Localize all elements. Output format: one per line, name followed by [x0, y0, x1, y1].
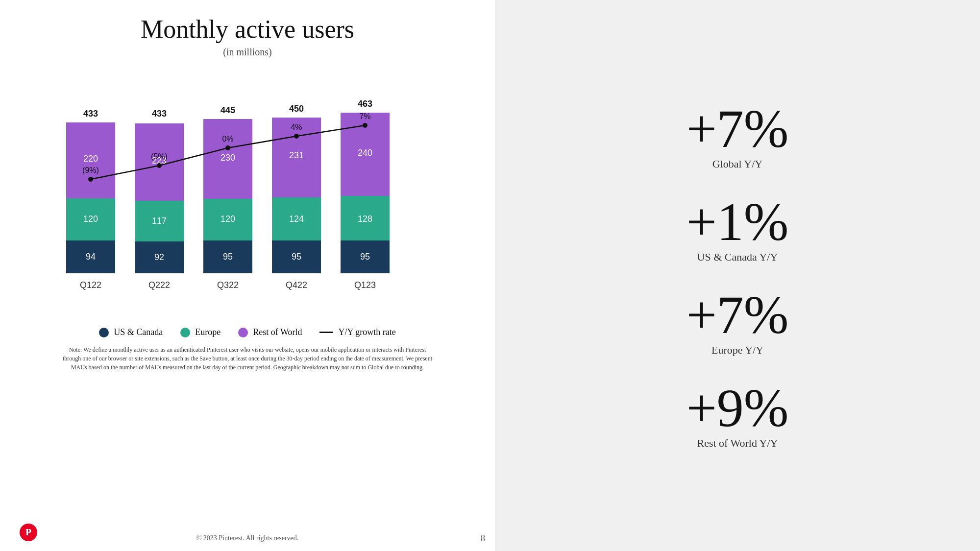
- label-row-q122: 220: [83, 154, 98, 164]
- label-us-q422: 95: [292, 252, 301, 262]
- legend-label-growth: Y/Y growth rate: [338, 327, 395, 337]
- growth-dot-q422: [294, 134, 299, 139]
- page-subtitle: (in millions): [223, 47, 271, 58]
- growth-label-q322: 0%: [222, 135, 233, 143]
- label-row-q123: 240: [358, 148, 372, 158]
- label-eur-q322: 120: [220, 214, 235, 224]
- total-q322: 445: [220, 105, 235, 115]
- legend-dot-us-canada: [99, 328, 109, 337]
- legend-dot-europe: [180, 328, 190, 337]
- page-title: Monthly active users: [141, 15, 354, 44]
- bar-chart: 94 120 220 433 Q122 92 117 223 433 Q222 …: [37, 68, 458, 322]
- label-eur-q123: 128: [358, 214, 372, 224]
- growth-dot-q122: [88, 177, 93, 182]
- svg-text:P: P: [25, 527, 31, 537]
- legend-label-europe: Europe: [195, 327, 220, 337]
- stat-us-canada-value: +1%: [686, 195, 789, 249]
- stat-row-value: +9%: [686, 381, 789, 435]
- sidebar: +7% Global Y/Y +1% US & Canada Y/Y +7% E…: [495, 0, 980, 551]
- label-us-q122: 94: [86, 252, 96, 262]
- growth-label-q222: (5%): [151, 152, 168, 161]
- pinterest-logo-icon: P: [20, 524, 37, 541]
- label-eur-q122: 120: [83, 214, 98, 224]
- quarter-q122: Q122: [80, 280, 101, 290]
- label-row-q422: 231: [289, 150, 304, 160]
- quarter-q222: Q222: [148, 280, 170, 290]
- label-us-q222: 92: [154, 252, 164, 262]
- legend-dot-row: [238, 328, 248, 337]
- quarter-q123: Q123: [354, 280, 376, 290]
- chart-container: 94 120 220 433 Q122 92 117 223 433 Q222 …: [20, 68, 475, 520]
- page-number: 8: [481, 533, 485, 544]
- legend-line-growth: [319, 332, 333, 333]
- stat-global-value: +7%: [686, 102, 789, 156]
- label-us-q123: 95: [360, 252, 370, 262]
- stat-row-label: Rest of World Y/Y: [697, 437, 778, 450]
- copyright-text: © 2023 Pinterest. All rights reserved.: [196, 534, 299, 542]
- stat-global: +7% Global Y/Y: [686, 102, 789, 170]
- stat-europe: +7% Europe Y/Y: [686, 288, 789, 357]
- stat-us-canada: +1% US & Canada Y/Y: [686, 195, 789, 264]
- stat-global-label: Global Y/Y: [712, 158, 762, 170]
- growth-label-q422: 4%: [291, 123, 302, 131]
- legend-row: Rest of World: [238, 327, 302, 337]
- growth-label-q122: (9%): [82, 166, 99, 174]
- label-row-q322: 230: [220, 153, 235, 163]
- total-q123: 463: [358, 99, 372, 109]
- legend-us-canada: US & Canada: [99, 327, 163, 337]
- stat-us-canada-label: US & Canada Y/Y: [697, 251, 778, 264]
- chart-legend: US & Canada Europe Rest of World Y/Y gro…: [99, 327, 396, 337]
- stat-europe-value: +7%: [686, 288, 789, 342]
- legend-growth: Y/Y growth rate: [319, 327, 395, 337]
- label-us-q322: 95: [223, 252, 233, 262]
- chart-note: Note: We define a monthly active user as…: [61, 345, 434, 372]
- quarter-q322: Q322: [217, 280, 239, 290]
- legend-label-us-canada: US & Canada: [114, 327, 163, 337]
- stat-europe-label: Europe Y/Y: [711, 344, 763, 357]
- growth-label-q123: 7%: [359, 112, 370, 120]
- growth-dot-q322: [225, 145, 230, 150]
- total-q422: 450: [289, 104, 304, 114]
- total-q122: 433: [83, 109, 98, 119]
- quarter-q422: Q422: [286, 280, 307, 290]
- growth-dot-q222: [157, 163, 162, 168]
- main-content: Monthly active users (in millions): [0, 0, 495, 551]
- label-eur-q422: 124: [289, 214, 304, 224]
- legend-europe: Europe: [180, 327, 220, 337]
- growth-dot-q123: [363, 123, 368, 128]
- label-eur-q222: 117: [152, 216, 167, 226]
- legend-label-row: Rest of World: [253, 327, 302, 337]
- total-q222: 433: [152, 109, 167, 119]
- stat-row: +9% Rest of World Y/Y: [686, 381, 789, 450]
